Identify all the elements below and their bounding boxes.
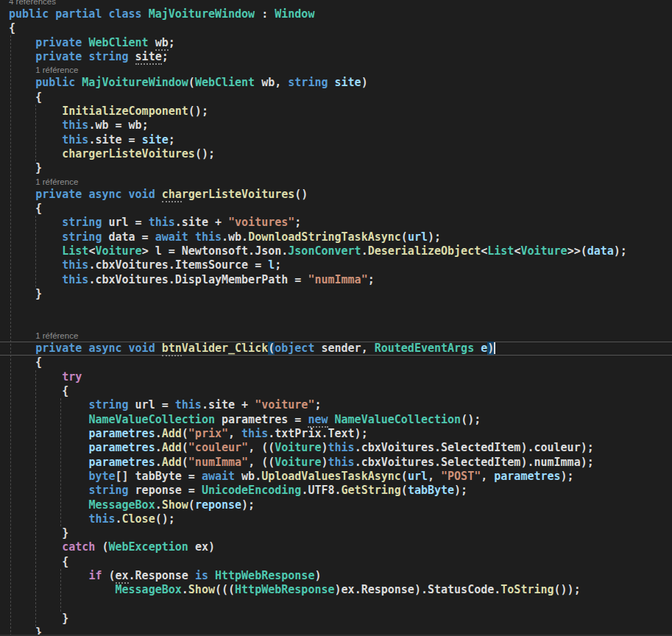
- code-token: [9, 50, 35, 63]
- code-token: .cbxVoitures.SelectedItem).couleur);: [355, 441, 594, 454]
- code-token: [9, 470, 88, 483]
- code-line[interactable]: private string site;: [0, 50, 672, 64]
- code-line[interactable]: parametres.Add("couleur", ((Voiture)this…: [0, 441, 672, 455]
- code-line[interactable]: if (ex.Response is HttpWebResponse): [0, 569, 672, 583]
- code-line[interactable]: {: [0, 91, 672, 105]
- code-token: [9, 456, 88, 469]
- code-token: this: [195, 230, 222, 244]
- code-token: "numImma": [308, 273, 367, 286]
- code-token: byte: [88, 470, 115, 483]
- code-line[interactable]: catch (WebException ex): [0, 540, 672, 554]
- code-token: <: [481, 244, 487, 258]
- code-token: Add: [162, 456, 182, 469]
- code-line[interactable]: byte[] tabByte = await wb.UploadValuesTa…: [0, 470, 672, 484]
- code-line[interactable]: public MajVoitureWindow(WebClient wb, st…: [0, 76, 672, 90]
- code-token: private: [35, 342, 88, 355]
- code-token: UploadValuesTaskAsync: [261, 470, 401, 483]
- code-line[interactable]: private async void btnValider_Click(obje…: [0, 342, 672, 356]
- code-token: }: [9, 161, 42, 174]
- code-line-blank[interactable]: [0, 598, 672, 612]
- code-token: parametres: [88, 456, 155, 469]
- code-token: Show: [188, 583, 215, 596]
- code-token: parametres: [494, 470, 560, 483]
- code-line[interactable]: MessageBox.Show(((HttpWebResponse)ex.Res…: [0, 583, 672, 597]
- code-token: (): [294, 188, 308, 201]
- code-token: .wb.: [222, 230, 248, 244]
- code-line[interactable]: this.Close();: [0, 512, 672, 526]
- code-token: >>(: [567, 244, 587, 258]
- code-token: ): [335, 583, 342, 596]
- code-line[interactable]: parametres.Add("numImma", ((Voiture)this…: [0, 456, 672, 470]
- code-line[interactable]: this.site = site;: [0, 133, 672, 147]
- code-line[interactable]: {: [0, 21, 672, 35]
- code-token: (: [401, 470, 408, 483]
- code-token: , ((: [248, 441, 275, 454]
- code-line[interactable]: parametres.Add("prix", this.txtPrix.Text…: [0, 427, 672, 441]
- code-line[interactable]: {: [0, 356, 672, 370]
- code-line[interactable]: NameValueCollection parametres = new Nam…: [0, 413, 672, 427]
- code-token: (: [401, 230, 408, 244]
- code-line[interactable]: string url = this.site + "voitures";: [0, 216, 672, 230]
- code-token: }: [9, 612, 68, 625]
- code-token: ex: [195, 540, 208, 554]
- code-token: }: [9, 287, 42, 300]
- codelens-references[interactable]: 1 référence: [0, 176, 672, 188]
- code-token: {: [9, 202, 42, 215]
- code-token: NameValueCollection: [88, 413, 222, 426]
- code-line[interactable]: public partial class MajVoitureWindow : …: [0, 7, 672, 21]
- code-token: [9, 569, 88, 582]
- code-line[interactable]: }: [0, 526, 672, 540]
- codelens-references[interactable]: 1 référence: [0, 64, 672, 76]
- code-line[interactable]: this.cbxVoitures.DisplayMemberPath = "nu…: [0, 273, 672, 287]
- code-line[interactable]: }: [0, 287, 672, 301]
- code-line[interactable]: string data = await this.wb.DownloadStri…: [0, 230, 672, 244]
- codelens-references[interactable]: 1 référence: [0, 330, 672, 342]
- code-token: .: [155, 456, 162, 469]
- code-token: :: [255, 7, 275, 21]
- code-token: class: [108, 7, 148, 21]
- code-token: string: [62, 230, 108, 244]
- code-token: string: [88, 50, 135, 63]
- code-token: (: [182, 427, 188, 440]
- code-line[interactable]: private WebClient wb;: [0, 36, 672, 50]
- code-line[interactable]: private async void chargerListeVoitures(…: [0, 188, 672, 202]
- code-line-blank[interactable]: [0, 316, 672, 330]
- code-line[interactable]: {: [0, 555, 672, 569]
- code-token: .wb =: [88, 119, 128, 132]
- code-line[interactable]: string reponse = UnicodeEncoding.UTF8.Ge…: [0, 484, 672, 498]
- code-token: ,: [481, 470, 494, 483]
- codelens-references[interactable]: 4 références: [0, 0, 672, 7]
- code-token: [9, 498, 88, 512]
- code-token: ());: [554, 583, 581, 596]
- code-line[interactable]: string url = this.site + "voiture";: [0, 398, 672, 412]
- code-line[interactable]: {: [0, 384, 672, 398]
- code-token: List: [487, 244, 514, 258]
- code-line[interactable]: }: [0, 161, 672, 175]
- code-line[interactable]: this.cbxVoitures.ItemsSource = l;: [0, 258, 672, 272]
- code-line[interactable]: InitializeComponent();: [0, 105, 672, 119]
- code-token: void: [129, 188, 162, 201]
- code-token: public: [9, 7, 55, 21]
- code-token: HttpWebResponse: [215, 569, 314, 582]
- code-line[interactable]: try: [0, 370, 672, 384]
- code-token: []: [116, 470, 135, 483]
- code-token: [9, 398, 88, 411]
- code-token: string: [288, 76, 334, 89]
- code-token: Voiture: [520, 244, 567, 258]
- code-line[interactable]: {: [0, 202, 672, 216]
- code-token: ToString: [501, 583, 553, 596]
- code-line[interactable]: }: [0, 612, 672, 626]
- code-token: {: [9, 21, 15, 35]
- code-line[interactable]: List<Voiture> l = Newtonsoft.Json.JsonCo…: [0, 244, 672, 258]
- code-line[interactable]: this.wb = wb;: [0, 119, 672, 132]
- code-line[interactable]: chargerListeVoitures();: [0, 147, 672, 161]
- code-token: e: [481, 342, 487, 355]
- code-token: sender: [321, 342, 361, 355]
- code-line[interactable]: MessageBox.Show(reponse);: [0, 498, 672, 512]
- code-token: );: [428, 230, 441, 244]
- code-token: WebClient: [88, 36, 155, 49]
- code-editor[interactable]: 4 référencespublic partial class MajVoit…: [0, 0, 672, 636]
- code-token: MajVoitureWindow: [149, 7, 255, 21]
- code-line-blank[interactable]: [0, 301, 672, 315]
- code-token: is: [195, 569, 208, 582]
